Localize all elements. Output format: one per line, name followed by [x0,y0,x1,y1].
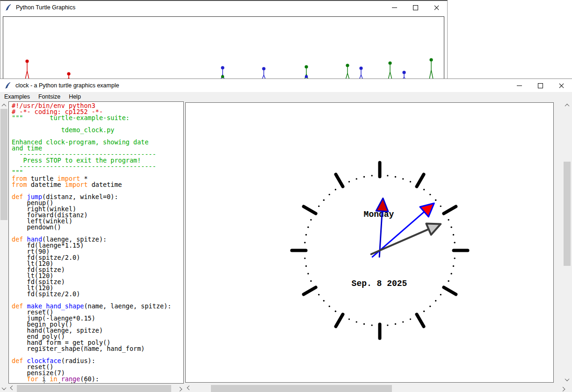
code-vertical-scrollbar[interactable] [0,101,8,392]
scroll-up-arrow-icon[interactable] [563,101,571,109]
close-icon [559,83,564,88]
maximize-icon [413,5,418,10]
close-button[interactable] [426,1,447,14]
scroll-left-arrow-icon[interactable] [185,385,193,392]
scroll-up-arrow-icon[interactable] [0,101,8,109]
scrollbar-thumb[interactable] [564,162,571,266]
front-window-titlebar[interactable]: clock - a Python turtle graphics example [0,79,572,92]
front-window-clock[interactable]: clock - a Python turtle graphics example… [0,78,572,392]
tk-feather-icon [4,82,12,89]
menu-examples[interactable]: Examples [0,93,34,100]
svg-text:Sep. 8 2025: Sep. 8 2025 [352,279,407,288]
minimize-button[interactable] [384,1,405,14]
code-horizontal-scrollbar[interactable] [8,385,184,392]
maximize-icon [538,83,543,88]
tk-feather-icon [5,4,12,11]
scrollbar-thumb[interactable] [0,109,7,220]
close-button[interactable] [551,79,572,92]
close-icon [434,5,439,10]
canvas-vertical-scrollbar[interactable] [563,101,571,384]
scroll-right-arrow-icon[interactable] [176,385,184,392]
scroll-left-arrow-icon[interactable] [8,385,16,392]
clock-drawing: MondaySep. 8 2025 [186,103,553,382]
scrollbar-thumb[interactable] [211,385,392,392]
scroll-down-arrow-icon[interactable] [0,385,8,392]
scroll-right-arrow-icon[interactable] [559,385,567,392]
minimize-icon [392,7,397,8]
code-text: #!/usr/bin/env python3# -*- coding: cp12… [9,102,183,384]
menu-fontsize[interactable]: Fontsize [34,93,65,100]
minimize-button[interactable] [509,79,530,92]
canvas-horizontal-scrollbar[interactable] [185,385,567,392]
back-window-title: Python Turtle Graphics [16,4,75,11]
turtle-canvas-clock[interactable]: MondaySep. 8 2025 [185,102,554,383]
desktop: Python Turtle Graphics clock - a Python … [0,0,572,392]
code-editor[interactable]: #!/usr/bin/env python3# -*- coding: cp12… [8,101,184,384]
maximize-button[interactable] [405,1,426,14]
menu-help[interactable]: Help [65,93,85,100]
menubar: Examples Fontsize Help [0,92,572,101]
minimize-icon [517,86,522,86]
scrollbar-thumb[interactable] [17,385,171,392]
front-window-title: clock - a Python turtle graphics example [15,82,119,89]
scroll-down-arrow-icon[interactable] [563,376,571,384]
back-window-titlebar[interactable]: Python Turtle Graphics [0,1,447,14]
maximize-button[interactable] [530,79,551,92]
